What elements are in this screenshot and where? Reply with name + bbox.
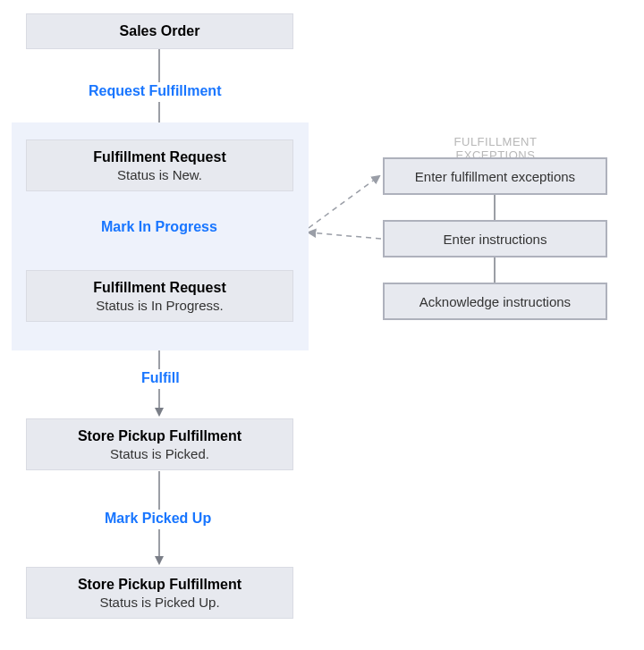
node-status: Status is Picked. (30, 446, 289, 461)
node-enter-instructions: Enter instructions (383, 220, 607, 257)
node-fulfillment-request-new: Fulfillment Request Status is New. (26, 139, 293, 191)
node-store-pickup-picked-up: Store Pickup Fulfillment Status is Picke… (26, 567, 293, 619)
node-enter-fulfillment-exceptions: Enter fulfillment exceptions (383, 157, 607, 195)
node-title: Fulfillment Request (30, 280, 289, 296)
node-title: Sales Order (30, 23, 289, 39)
node-status: Status is In Progress. (30, 298, 289, 313)
node-label: Enter fulfillment exceptions (415, 169, 575, 184)
node-sales-order: Sales Order (26, 13, 293, 49)
node-title: Fulfillment Request (30, 149, 289, 165)
node-status: Status is New. (30, 167, 289, 182)
action-mark-in-progress: Mark In Progress (101, 219, 217, 235)
node-label: Acknowledge instructions (419, 294, 571, 309)
node-label: Enter instructions (444, 232, 547, 247)
action-mark-picked-up: Mark Picked Up (105, 511, 211, 527)
svg-line-11 (309, 232, 381, 239)
svg-line-10 (309, 176, 379, 228)
action-fulfill: Fulfill (141, 370, 180, 386)
node-status: Status is Picked Up. (30, 595, 289, 610)
node-acknowledge-instructions: Acknowledge instructions (383, 283, 607, 320)
node-fulfillment-request-in-progress: Fulfillment Request Status is In Progres… (26, 270, 293, 322)
diagram-canvas: Sales Order Request Fulfillment Fulfillm… (0, 0, 644, 650)
node-title: Store Pickup Fulfillment (30, 577, 289, 593)
node-store-pickup-picked: Store Pickup Fulfillment Status is Picke… (26, 418, 293, 470)
node-title: Store Pickup Fulfillment (30, 428, 289, 444)
action-request-fulfillment: Request Fulfillment (89, 83, 221, 99)
